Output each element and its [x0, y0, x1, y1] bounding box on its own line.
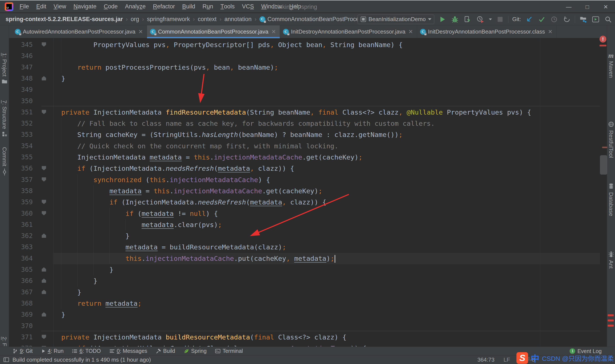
toolwindow-button-spring[interactable]: Spring — [184, 348, 207, 354]
tool-stripe-structure[interactable]: 7: Structure — [0, 100, 9, 138]
rollback-button[interactable] — [562, 15, 571, 24]
breadcrumb-item[interactable]: org — [131, 16, 139, 23]
code-line-362[interactable]: } — [45, 230, 130, 242]
toolwindow-button-label: 9: Git — [20, 348, 33, 354]
toolwindow-button-build[interactable]: Build — [156, 348, 175, 354]
code-line-354[interactable]: // Quick check on the concurrent map fir… — [45, 140, 338, 152]
editor-tab[interactable]: CInitDestroyAnnotationBeanPostProcessor.… — [417, 25, 557, 38]
toolwindow-button-todo[interactable]: 6: TODO — [72, 348, 101, 354]
minimize-button[interactable]: — — [560, 1, 578, 13]
tool-stripe-maven[interactable]: mMaven — [607, 52, 615, 78]
code-line-355[interactable]: InjectionMetadata metadata = this.inject… — [45, 152, 362, 163]
maximize-button[interactable]: □ — [578, 1, 597, 13]
tool-stripe-commit[interactable]: Commit — [0, 147, 9, 176]
toolwindow-button-terminal[interactable]: Terminal — [215, 348, 243, 354]
tool-stripe-database[interactable]: Database — [607, 183, 615, 216]
code-line-357[interactable]: synchronized (this.injectionMetadataCach… — [45, 174, 270, 185]
warning-stripe-mark[interactable] — [602, 147, 607, 148]
tab-close-icon[interactable]: ✕ — [548, 29, 552, 35]
code-line-371[interactable]: private InjectionMetadata buildResourceM… — [45, 332, 347, 343]
text-caret — [334, 255, 335, 263]
code-line-356[interactable]: if (InjectionMetadata.needsRefresh(metad… — [45, 163, 294, 174]
tab-close-icon[interactable]: ✕ — [138, 29, 143, 35]
menu-item-tools[interactable]: Tools — [217, 1, 238, 13]
breadcrumb-item[interactable]: annotation — [225, 16, 252, 23]
code-line-360[interactable]: if (metadata != null) { — [45, 208, 218, 219]
menu-item-view[interactable]: View — [50, 1, 70, 13]
commit-button[interactable] — [537, 15, 546, 24]
search-everywhere-button[interactable] — [604, 15, 612, 24]
menu-item-refactor[interactable]: Refactor — [149, 1, 179, 13]
code-line-367[interactable]: } — [45, 286, 81, 298]
code-line-369[interactable]: } — [45, 309, 65, 320]
menu-item-analyze[interactable]: Analyze — [121, 1, 149, 13]
error-stripe-mark[interactable] — [608, 314, 614, 316]
code-line-361[interactable]: metadata.clear(pvs); — [45, 219, 222, 231]
breadcrumb-item[interactable]: springframework — [147, 16, 190, 23]
code-line-351[interactable]: private InjectionMetadata findResourceMe… — [45, 107, 531, 118]
code-line-368[interactable]: return metadata; — [45, 298, 142, 309]
close-button[interactable]: ✕ — [597, 1, 615, 13]
caret-position[interactable]: 364:73 — [477, 356, 495, 363]
line-separator[interactable]: LF — [504, 356, 510, 363]
java-class-icon: C — [283, 29, 289, 35]
coverage-button[interactable] — [463, 15, 472, 24]
profiler-dropdown-icon[interactable] — [489, 18, 492, 20]
code-line-358[interactable]: metadata = this.injectionMetadataCache.g… — [45, 185, 322, 197]
toolwindow-button-label: 4: Run — [48, 348, 64, 354]
menu-item-code[interactable]: Code — [100, 1, 121, 13]
editor-scrollbar[interactable] — [600, 155, 607, 175]
maven-icon: m — [608, 52, 614, 59]
code-line-365[interactable]: } — [45, 264, 113, 275]
spring-icon — [184, 349, 189, 354]
menu-item-vcs[interactable]: VCS — [239, 1, 258, 13]
tab-close-icon[interactable]: ✕ — [271, 29, 276, 35]
tab-close-icon[interactable]: ✕ — [408, 29, 413, 35]
menu-item-edit[interactable]: Edit — [33, 1, 50, 13]
tool-stripe-restfultool[interactable]: RestfulTool — [607, 121, 615, 158]
error-count-badge[interactable]: ! — [600, 36, 606, 43]
update-project-button[interactable] — [525, 15, 534, 24]
error-stripe-mark[interactable] — [608, 320, 614, 321]
code-line-353[interactable]: String cacheKey = (StringUtils.hasLength… — [45, 129, 403, 140]
menu-item-navigate[interactable]: Navigate — [70, 1, 100, 13]
toolwindow-button-messages[interactable]: 0: Messages — [109, 348, 147, 354]
editor-tab[interactable]: CAutowiredAnnotationBeanPostProcessor.ja… — [12, 25, 147, 38]
code-line-363[interactable]: metadata = buildResourceMetadata(clazz); — [45, 241, 286, 253]
editor-tab[interactable]: CCommonAnnotationBeanPostProcessor.java✕ — [147, 25, 280, 38]
error-stripe-mark[interactable] — [600, 45, 606, 46]
error-stripe-mark[interactable] — [608, 325, 614, 326]
code-line-372[interactable]: if (!AnnotationUtils.isCandidateClass(cl… — [45, 343, 366, 347]
breadcrumb-item[interactable]: CCommonAnnotationBeanPostProcessor — [259, 16, 370, 23]
code-line-352[interactable]: // Fall back to class name as cache key,… — [45, 118, 435, 129]
code-line-348[interactable]: } — [45, 73, 65, 84]
run-config-select[interactable]: BeanInitializationDemo — [358, 15, 434, 24]
toolwindow-toggle-icon[interactable] — [3, 356, 10, 363]
line-number-347: 347 — [11, 62, 33, 73]
code-line-359[interactable]: if (InjectionMetadata.needsRefresh(metad… — [45, 196, 326, 208]
menu-item-file[interactable]: File — [16, 1, 33, 13]
code-editor[interactable]: 345 PropertyValues pvs, PropertyDescript… — [9, 38, 607, 347]
project-structure-button[interactable] — [579, 15, 588, 24]
code-line-345[interactable]: PropertyValues pvs, PropertyDescriptor[]… — [45, 39, 403, 51]
tool-stripe-label: 1: Project — [1, 53, 8, 77]
code-line-366[interactable]: } — [45, 275, 97, 286]
toolwindow-button-run[interactable]: 4: Run — [41, 348, 64, 354]
breadcrumb-item[interactable]: spring-context-5.2.2.RELEASE-sources.jar — [6, 16, 123, 23]
code-line-364[interactable]: this.injectionMetadataCache.put(cacheKey… — [45, 253, 335, 264]
line-number-360: 360 — [11, 208, 33, 219]
profiler-button[interactable] — [476, 15, 487, 24]
tool-stripe-project[interactable]: 1: Project — [0, 53, 9, 85]
run-anything-button[interactable] — [591, 15, 600, 24]
tool-stripe-ant[interactable]: Ant — [607, 251, 615, 269]
breadcrumb-item[interactable]: context — [198, 16, 216, 23]
toolwindow-button-git[interactable]: 9: Git — [13, 348, 33, 354]
menu-item-build[interactable]: Build — [179, 1, 199, 13]
editor-tab[interactable]: CInitDestroyAnnotationBeanPostProcessor.… — [280, 25, 417, 38]
csdn-watermark: S 中 CSDN @只因为你而温柔 — [516, 352, 615, 364]
menu-item-run[interactable]: Run — [199, 1, 217, 13]
code-line-347[interactable]: return postProcessProperties(pvs, bean, … — [45, 62, 278, 73]
run-button[interactable] — [438, 15, 447, 24]
debug-button[interactable] — [451, 15, 459, 24]
build-icon — [156, 349, 161, 354]
